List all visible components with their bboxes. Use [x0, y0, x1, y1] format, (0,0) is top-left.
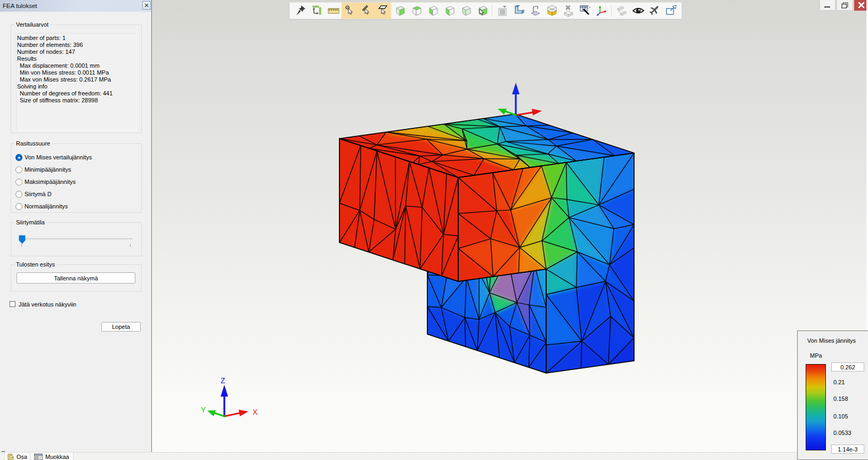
svg-text:Z: Z	[221, 376, 225, 385]
svg-text:*: *	[587, 7, 588, 11]
svg-text:*: *	[589, 6, 590, 10]
svg-text:Y: Y	[201, 406, 206, 414]
svg-text:X: X	[253, 408, 258, 416]
